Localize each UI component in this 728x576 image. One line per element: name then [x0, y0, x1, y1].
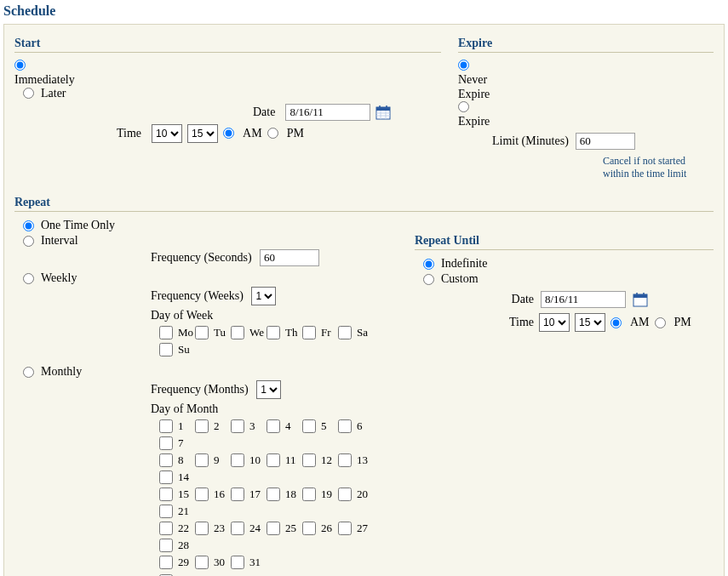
repeat-onetime-label: One Time Only	[41, 219, 115, 232]
dom-checkbox-28[interactable]	[159, 539, 173, 552]
dow-cell-sa: Sa	[338, 326, 372, 339]
dow-label: Day of Week	[151, 309, 398, 322]
runtil-pm-radio[interactable]	[655, 317, 666, 328]
dom-checkbox-15[interactable]	[159, 488, 173, 501]
dom-checkbox-9[interactable]	[195, 453, 209, 467]
dow-checkbox-we[interactable]	[231, 326, 244, 339]
dom-checkbox-16[interactable]	[195, 488, 209, 501]
dom-checkbox-21[interactable]	[159, 505, 173, 518]
expire-section: Expire Never Expire Expire Limit (Minute…	[458, 30, 714, 180]
expire-limit-label: Limit (Minutes)	[492, 134, 569, 148]
dom-checkbox-26[interactable]	[302, 522, 316, 535]
dom-checkbox-10[interactable]	[231, 453, 244, 467]
dow-cell-tu: Tu	[195, 326, 229, 339]
expire-expire-radio[interactable]	[458, 101, 469, 112]
start-hour-select[interactable]: 10	[152, 124, 182, 143]
runtil-hour-select[interactable]: 10	[539, 313, 570, 332]
dom-cell-24: 24	[231, 522, 265, 535]
dom-cell-22: 22	[159, 522, 193, 535]
dom-checkbox-8[interactable]	[159, 453, 173, 467]
dom-label: Day of Month	[151, 402, 398, 416]
dow-checkbox-su[interactable]	[159, 343, 173, 356]
dom-cell-1: 1	[159, 419, 193, 433]
dow-checkbox-th[interactable]	[267, 326, 280, 339]
dom-checkbox-11[interactable]	[267, 453, 280, 467]
dom-checkbox-14[interactable]	[159, 470, 173, 484]
dow-checkbox-tu[interactable]	[195, 326, 209, 339]
expire-heading: Expire	[458, 30, 714, 50]
dom-checkbox-4[interactable]	[267, 419, 280, 433]
dom-checkbox-31[interactable]	[231, 556, 244, 569]
start-am-radio[interactable]	[223, 128, 234, 139]
runtil-am-radio[interactable]	[610, 317, 622, 328]
dom-cell-25: 25	[267, 522, 301, 535]
calendar-icon[interactable]	[375, 105, 391, 120]
dom-checkbox-13[interactable]	[338, 453, 352, 467]
dom-checkbox-30[interactable]	[195, 556, 209, 569]
expire-limit-input[interactable]	[576, 133, 635, 150]
repeat-interval-radio[interactable]	[23, 236, 34, 247]
dom-cell-18: 18	[267, 488, 301, 501]
dom-checkbox-1[interactable]	[159, 419, 173, 433]
dow-label: Su	[178, 343, 193, 356]
dow-checkbox-fr[interactable]	[302, 326, 316, 339]
freq-months-label: Frequency (Months)	[151, 383, 249, 396]
dom-label: 27	[357, 522, 372, 535]
dom-label: 12	[321, 453, 336, 467]
runtil-custom-radio[interactable]	[423, 274, 434, 285]
dom-cell-9: 9	[195, 453, 229, 467]
dom-checkbox-25[interactable]	[267, 522, 280, 535]
runtil-date-input[interactable]	[541, 291, 626, 308]
dom-checkbox-6[interactable]	[338, 419, 352, 433]
freq-seconds-input[interactable]	[260, 249, 319, 266]
freq-months-select[interactable]: 1	[256, 380, 281, 399]
calendar-icon[interactable]	[633, 292, 648, 307]
repeat-monthly-radio[interactable]	[23, 367, 34, 378]
repeat-weekly-radio[interactable]	[23, 273, 34, 284]
repeat-monthly-label: Monthly	[41, 365, 82, 379]
dom-checkbox-29[interactable]	[159, 556, 173, 569]
dom-checkbox-12[interactable]	[302, 453, 316, 467]
dom-cell-29: 29	[159, 556, 193, 569]
dom-label: 26	[321, 522, 336, 535]
start-pm-label: PM	[287, 127, 304, 140]
dom-checkbox-24[interactable]	[231, 522, 244, 535]
expire-never-radio[interactable]	[458, 60, 469, 71]
dom-cell-27: 27	[338, 522, 372, 535]
dow-checkbox-sa[interactable]	[338, 326, 352, 339]
dom-checkbox-17[interactable]	[231, 488, 244, 501]
repeat-options: One Time Only Interval Frequency (Second…	[14, 219, 398, 576]
dom-cell-21: 21	[159, 505, 193, 518]
start-immediately-label: Immediately	[14, 73, 75, 86]
repeat-onetime-radio[interactable]	[23, 220, 34, 231]
start-minute-select[interactable]: 15	[187, 124, 218, 143]
dom-label: 29	[178, 556, 193, 569]
dom-checkbox-19[interactable]	[302, 488, 316, 501]
dom-cell-30: 30	[195, 556, 229, 569]
dom-checkbox-3[interactable]	[231, 419, 244, 433]
dom-checkbox-5[interactable]	[302, 419, 316, 433]
runtil-minute-select[interactable]: 15	[575, 313, 605, 332]
dom-checkbox-27[interactable]	[338, 522, 352, 535]
dom-label: 9	[214, 453, 229, 467]
repeat-until-section: Repeat Until Indefinite Custom Date	[415, 219, 714, 576]
dom-checkbox-23[interactable]	[195, 522, 209, 535]
dow-cell-su: Su	[159, 343, 193, 356]
dow-checkbox-mo[interactable]	[159, 326, 173, 339]
runtil-indef-radio[interactable]	[423, 259, 434, 270]
dom-checkbox-7[interactable]	[159, 436, 173, 450]
dom-checkbox-2[interactable]	[195, 419, 209, 433]
dom-checkbox-20[interactable]	[338, 488, 352, 501]
dom-cell-8: 8	[159, 453, 193, 467]
dom-label: 4	[285, 419, 301, 433]
start-immediately-radio[interactable]	[14, 60, 26, 71]
dom-checkbox-18[interactable]	[267, 488, 280, 501]
start-pm-radio[interactable]	[267, 128, 278, 139]
dom-label: 7	[178, 436, 193, 450]
start-later-radio[interactable]	[23, 88, 34, 99]
dom-checkbox-22[interactable]	[159, 522, 173, 535]
freq-weeks-select[interactable]: 1	[251, 287, 276, 305]
start-date-input[interactable]	[285, 104, 370, 121]
dom-label: 21	[178, 505, 193, 518]
dow-label: Tu	[214, 326, 229, 339]
